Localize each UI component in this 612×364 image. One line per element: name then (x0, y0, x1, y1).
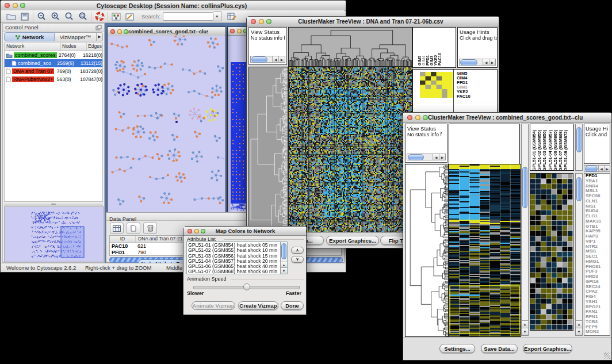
close-icon[interactable] (188, 229, 192, 233)
zoom-icon[interactable] (266, 19, 271, 24)
scrollbar-thumb[interactable] (576, 177, 582, 201)
zoom-icon[interactable] (423, 115, 428, 120)
array-column-label[interactable]: GPL51-03 (GSM856) (542, 125, 547, 171)
attribute-item[interactable]: GPL51-03 (GSM856) heat shock 15 min (188, 254, 280, 259)
treeview2-titlebar[interactable]: ClusterMaker TreeView : combined_scores_… (403, 113, 611, 123)
save-icon[interactable] (18, 11, 32, 22)
col-header-edges[interactable]: Edges (87, 43, 102, 51)
zoom-fit-icon[interactable] (62, 11, 76, 22)
scroll-down-icon[interactable]: ▼ (522, 328, 528, 335)
panel-splitter[interactable] (4, 202, 103, 206)
column-label[interactable]: PFD1 (426, 29, 430, 66)
heatmap-vertical-scrollbar[interactable]: ▲ ▼ (521, 124, 529, 336)
tab-overflow-arrow[interactable]: ▶ (97, 32, 103, 41)
attribute-item[interactable]: GPL51-06 (GSM865) heat shock 40 min (188, 264, 280, 269)
heatmap-canvas[interactable] (449, 164, 521, 337)
zoom-selected-icon[interactable] (76, 11, 90, 22)
attribute-editor-icon[interactable] (225, 11, 239, 22)
scrollbar-thumb[interactable] (585, 166, 598, 172)
open-folder-icon[interactable] (4, 11, 18, 22)
help-lifesaver-icon[interactable] (93, 11, 106, 22)
view-status-scrollbar[interactable]: ◀ ▶ (407, 154, 446, 160)
network-row[interactable]: DNA and Tran 07 769(0) 183728(0) (5, 67, 102, 75)
scrollbar-thumb[interactable] (251, 56, 267, 63)
minimize-icon[interactable] (13, 3, 18, 8)
plugin-manager-icon[interactable] (109, 11, 123, 22)
move-down-button[interactable]: ∨ (291, 256, 304, 263)
network-row[interactable]: RNAPuberNov2+ 563(0) 107847(0) (5, 75, 102, 83)
close-icon[interactable] (407, 115, 412, 120)
search-dropdown-arrow[interactable]: ▼ (213, 12, 221, 21)
gene-label[interactable]: MON2 (586, 329, 610, 335)
tab-network[interactable]: Network (4, 32, 55, 41)
heatmap-canvas[interactable] (288, 67, 412, 243)
zoom-icon[interactable] (20, 3, 25, 8)
save-data-button[interactable]: Save Data... (481, 344, 518, 353)
gene-label[interactable]: PAC10 (457, 94, 471, 99)
animation-speed-slider[interactable] (193, 286, 300, 289)
scroll-down-icon[interactable]: ▼ (281, 267, 287, 274)
annotation-icon[interactable] (123, 11, 137, 22)
trash-icon[interactable] (143, 223, 157, 234)
attribute-item[interactable]: GPL51-07 (GSM868) heat shock 60 min (188, 269, 280, 274)
scroll-right-icon[interactable]: ▶ (278, 56, 285, 62)
treeview1-titlebar[interactable]: ClusterMaker TreeView : DNA and Tran 07-… (247, 17, 499, 26)
close-icon[interactable] (230, 29, 235, 33)
zoom-in-icon[interactable] (48, 11, 62, 22)
column-label[interactable]: GIM3 (430, 29, 434, 66)
column-label[interactable]: PAC10 (438, 29, 442, 66)
attribute-item[interactable]: GPL51-01 (GSM854) heat shock 05 min (188, 243, 280, 248)
array-column-label[interactable]: GPL51-02 (GSM855) (537, 125, 542, 171)
minimize-icon[interactable] (237, 29, 242, 33)
zoomed-heatmap-canvas[interactable] (530, 173, 573, 331)
network-graph-canvas[interactable] (108, 36, 224, 212)
labels-vertical-scrollbar[interactable] (575, 124, 583, 171)
mini-heatmap-canvas[interactable] (420, 72, 453, 98)
usage-hints-scrollbar[interactable]: ◀ ▶ (584, 165, 610, 172)
zoom-out-icon[interactable] (35, 11, 48, 22)
scrollbar-thumb[interactable] (408, 154, 424, 160)
network-row-selected[interactable]: combined_sco 2569(6) 13112(15) (5, 59, 102, 67)
settings-button[interactable]: Settings... (439, 344, 475, 353)
column-label[interactable]: GIM5 (418, 29, 422, 66)
array-column-label[interactable]: GPL51-04 (GSM857) (548, 125, 553, 171)
column-label[interactable]: GIM4 (422, 29, 426, 66)
array-column-label[interactable]: GPL51-08 (GSM872) (563, 125, 568, 171)
close-icon[interactable] (5, 3, 10, 8)
scrollbar-thumb[interactable] (460, 59, 477, 66)
scroll-left-icon[interactable]: ◀ (598, 166, 604, 171)
scrollbar-thumb[interactable] (522, 167, 527, 208)
attribute-item[interactable]: GPL51-04 (GSM857) heat shock 20 min (188, 259, 280, 264)
scroll-right-icon[interactable]: ▶ (439, 154, 445, 160)
scrollbar-thumb[interactable] (281, 243, 286, 259)
slider-thumb[interactable] (243, 283, 250, 290)
scroll-up-icon[interactable]: ▲ (576, 320, 582, 328)
array-column-label[interactable]: GPL51-07 (GSM868) (558, 125, 563, 171)
scrollbar-thumb[interactable] (576, 127, 582, 152)
close-icon[interactable] (110, 29, 115, 34)
new-document-icon[interactable] (127, 223, 140, 234)
gene-list-scrollbar[interactable]: ▲ ▼ (575, 173, 583, 336)
minimize-icon[interactable] (117, 29, 122, 34)
close-icon[interactable] (251, 19, 256, 24)
network-row[interactable]: combined_scores 2764(0) 16218(0) (5, 51, 102, 59)
table-icon[interactable] (110, 223, 124, 234)
main-titlebar[interactable]: Cytoscape Desktop (Session Name: collins… (1, 1, 346, 11)
scroll-right-icon[interactable]: ▶ (489, 59, 495, 65)
row-dendrogram-canvas[interactable] (248, 67, 288, 243)
array-column-label[interactable]: GPL51-01 (GSM854) (531, 125, 537, 171)
column-label[interactable]: YKE2 (434, 29, 438, 66)
attribute-item[interactable]: GPL51-02 (GSM855) heat shock 10 min (188, 248, 280, 253)
dialog-titlebar[interactable]: Map Colors to Network (183, 227, 306, 236)
done-button[interactable]: Done (281, 301, 304, 310)
view-status-scrollbar[interactable]: ◀ ▶ (250, 56, 285, 63)
scroll-left-icon[interactable]: ◀ (272, 56, 278, 62)
scroll-right-icon[interactable]: ▶ (604, 166, 610, 171)
minimize-icon[interactable] (259, 19, 264, 24)
column-dendrogram-canvas[interactable] (288, 27, 412, 67)
col-header-network[interactable]: Network (5, 43, 61, 51)
zoom-icon[interactable] (201, 229, 205, 233)
col-header-nodes[interactable]: Nodes (61, 43, 87, 51)
search-input[interactable] (163, 12, 213, 21)
scroll-left-icon[interactable]: ◀ (433, 154, 439, 160)
